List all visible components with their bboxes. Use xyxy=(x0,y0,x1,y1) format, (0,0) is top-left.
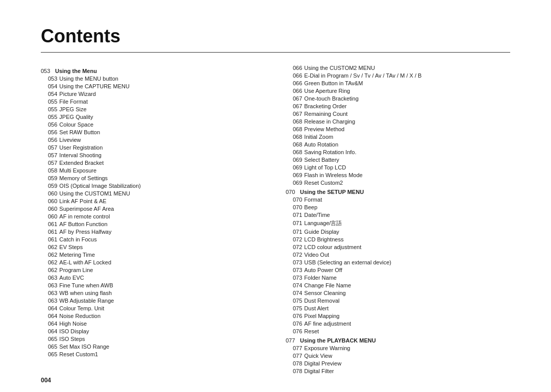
page-num: 066 xyxy=(286,88,302,94)
list-item: 065Reset Custom1 xyxy=(41,351,265,357)
list-item: 064High Noise xyxy=(41,321,265,327)
list-item: 070Format xyxy=(286,197,510,203)
list-item: 075Dust Removal xyxy=(286,298,510,304)
entry-label: Dust Removal xyxy=(302,298,339,304)
list-item: 063WB Adjustable Range xyxy=(41,298,265,304)
page-num: 067 xyxy=(286,95,302,102)
entry-label: EV Steps xyxy=(57,244,83,250)
entry-label: Beep xyxy=(302,204,317,210)
page-num: 063 xyxy=(41,275,57,281)
page-num: 071 xyxy=(286,220,302,226)
page-num: 054 xyxy=(41,91,57,97)
page-num: 074 xyxy=(286,290,302,296)
page-num: 071 xyxy=(286,229,302,235)
list-item: 066Using the CUSTOM2 MENU xyxy=(286,65,510,71)
list-item: 071Language/言語 xyxy=(286,219,510,227)
list-item: 057Interval Shooting xyxy=(41,152,265,158)
page-num: 059 xyxy=(41,183,57,189)
list-item: 077Quick View xyxy=(286,353,510,359)
entry-label: Release in Charging xyxy=(302,118,355,125)
entry-label: Auto Power Off xyxy=(302,267,342,273)
entry-label: Using the Menu xyxy=(55,68,97,74)
page-num: 072 xyxy=(286,244,302,250)
list-item: 067One-touch Bracketing xyxy=(286,95,510,102)
list-item: 063WB when using flash xyxy=(41,290,265,296)
page-num: 069 xyxy=(286,180,302,186)
list-item: 064Colour Temp. Unit xyxy=(41,305,265,311)
entry-label: OIS (Optical Image Stabilization) xyxy=(57,183,141,189)
entry-label: Green Button in TAv&M xyxy=(302,80,363,86)
list-item: 074Sensor Cleaning xyxy=(286,290,510,296)
entry-label: Reset Custom1 xyxy=(57,351,98,357)
page-title: Contents xyxy=(41,26,510,47)
page-num: 064 xyxy=(41,321,57,327)
entry-label: Colour Space xyxy=(57,121,93,128)
entry-label: Using the SETUP MENU xyxy=(300,189,364,195)
entry-label: File Format xyxy=(57,99,88,105)
list-item: 077Using the PLAYBACK MENU xyxy=(286,337,510,344)
page-num: 076 xyxy=(286,313,302,319)
list-item: 070Using the SETUP MENU xyxy=(286,189,510,195)
page-num: 064 xyxy=(41,305,57,311)
page-num: 073 xyxy=(286,275,302,281)
list-item: 073Folder Name xyxy=(286,275,510,281)
entry-label: JPEG Quality xyxy=(57,114,93,120)
entry-label: ISO Steps xyxy=(57,336,85,342)
page-num: 056 xyxy=(41,121,57,128)
page: Contents 053Using the Menu053Using the M… xyxy=(0,0,551,392)
entry-label: Auto EVC xyxy=(57,275,84,281)
entry-label: Using the PLAYBACK MENU xyxy=(300,337,376,344)
left-column: 053Using the Menu053Using the MENU butto… xyxy=(41,65,265,376)
list-item: 076AF fine adjustment xyxy=(286,321,510,327)
page-num: 077 xyxy=(286,353,302,359)
list-item: 062Program Line xyxy=(41,267,265,273)
page-num: 055 xyxy=(41,114,57,120)
entry-label: USB (Selecting an external device) xyxy=(302,259,391,265)
list-item: 060AF in remote control xyxy=(41,213,265,219)
entry-label: WB Adjustable Range xyxy=(57,298,114,304)
list-item: 068Preview Method xyxy=(286,126,510,132)
list-item: 065ISO Steps xyxy=(41,336,265,342)
list-item: 054Picture Wizard xyxy=(41,91,265,97)
entry-label: Flash in Wireless Mode xyxy=(302,172,362,178)
page-num: 053 xyxy=(41,68,55,74)
page-num: 069 xyxy=(286,172,302,178)
list-item: 055File Format xyxy=(41,99,265,105)
entry-label: Change File Name xyxy=(302,282,351,288)
entry-label: WB when using flash xyxy=(57,290,112,296)
list-item: 053Using the Menu xyxy=(41,68,265,74)
page-num: 057 xyxy=(41,144,57,151)
list-item: 066Green Button in TAv&M xyxy=(286,80,510,86)
page-num: 056 xyxy=(41,129,57,135)
entry-label: Liveview xyxy=(57,137,81,143)
page-num: 057 xyxy=(41,152,57,158)
entry-label: Sensor Cleaning xyxy=(302,290,345,296)
page-num: 063 xyxy=(41,298,57,304)
entry-label: Set Max ISO Range xyxy=(57,344,109,350)
list-item: 072LCD colour adjustment xyxy=(286,244,510,250)
page-num: 065 xyxy=(41,351,57,357)
entry-label: Initial Zoom xyxy=(302,134,333,140)
entry-label: Noise Reduction xyxy=(57,313,101,319)
page-num: 077 xyxy=(286,337,300,344)
page-num: 070 xyxy=(286,189,300,195)
entry-label: Memory of Settings xyxy=(57,175,108,181)
entry-label: Link AF Point & AE xyxy=(57,198,106,204)
list-item: 060Superimpose AF Area xyxy=(41,206,265,212)
entry-label: AF in remote control xyxy=(57,213,110,219)
page-num: 061 xyxy=(41,229,57,235)
page-num: 063 xyxy=(41,282,57,288)
entry-label: High Noise xyxy=(57,321,87,327)
page-num: 064 xyxy=(41,313,57,319)
page-num: 070 xyxy=(286,204,302,210)
list-item: 063Fine Tune when AWB xyxy=(41,282,265,288)
list-item: 073Auto Power Off xyxy=(286,267,510,273)
page-num: 064 xyxy=(41,328,57,334)
page-number: 004 xyxy=(41,377,51,384)
page-num: 055 xyxy=(41,106,57,112)
entry-label: Folder Name xyxy=(302,275,337,281)
page-num: 060 xyxy=(41,206,57,212)
list-item: 064ISO Display xyxy=(41,328,265,334)
page-num: 073 xyxy=(286,259,302,265)
entry-label: Using the CAPTURE MENU xyxy=(57,83,130,89)
